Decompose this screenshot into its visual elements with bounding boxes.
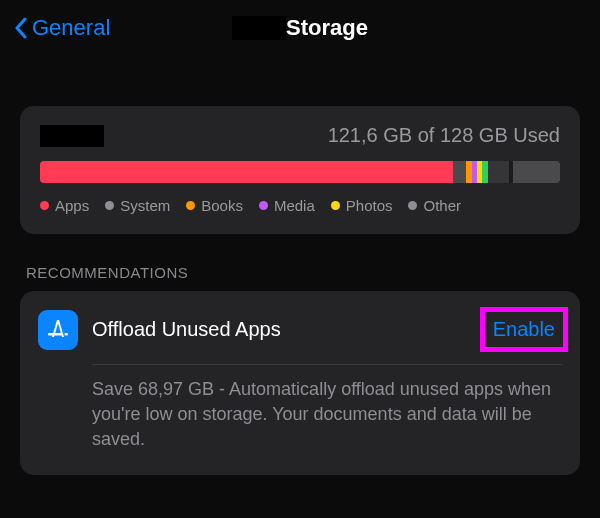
legend-label: System xyxy=(120,197,170,214)
appstore-icon xyxy=(38,310,78,350)
redaction-box xyxy=(40,125,104,147)
svg-rect-0 xyxy=(48,333,62,336)
highlight-box: Enable xyxy=(480,307,568,352)
dot-system xyxy=(105,201,114,210)
legend-label: Media xyxy=(274,197,315,214)
bar-segment xyxy=(513,161,560,183)
dot-other xyxy=(408,201,417,210)
recommendation-title: Offload Unused Apps xyxy=(92,318,281,341)
dot-photos xyxy=(331,201,340,210)
dot-media xyxy=(259,201,268,210)
recommendation-card: Offload Unused Apps Enable Save 68,97 GB… xyxy=(20,291,580,475)
legend-books: Books xyxy=(186,197,243,214)
chevron-left-icon xyxy=(14,17,28,39)
dot-books xyxy=(186,201,195,210)
legend-other: Other xyxy=(408,197,461,214)
legend-apps: Apps xyxy=(40,197,89,214)
recommendation-description: Save 68,97 GB - Automatically offload un… xyxy=(92,377,562,453)
dot-apps xyxy=(40,201,49,210)
legend-label: Other xyxy=(423,197,461,214)
legend-label: Apps xyxy=(55,197,89,214)
storage-legend: Apps System Books Media Photos Other xyxy=(40,197,560,214)
storage-card: 121,6 GB of 128 GB Used Apps System Book… xyxy=(20,106,580,234)
bar-segment xyxy=(453,161,466,183)
page-title: Storage xyxy=(286,15,368,41)
legend-media: Media xyxy=(259,197,315,214)
section-label-recommendations: RECOMMENDATIONS xyxy=(26,264,580,281)
svg-rect-1 xyxy=(65,333,69,336)
storage-bar xyxy=(40,161,560,183)
bar-segment xyxy=(40,161,453,183)
legend-label: Photos xyxy=(346,197,393,214)
legend-label: Books xyxy=(201,197,243,214)
header: General Storage xyxy=(0,0,600,56)
redaction-box xyxy=(232,16,286,40)
legend-photos: Photos xyxy=(331,197,393,214)
legend-system: System xyxy=(105,197,170,214)
bar-segment xyxy=(488,161,509,183)
usage-text: 121,6 GB of 128 GB Used xyxy=(328,124,560,147)
enable-button[interactable]: Enable xyxy=(493,318,555,341)
back-button[interactable]: General xyxy=(14,15,110,41)
title-wrap: Storage xyxy=(232,15,368,41)
back-label: General xyxy=(32,15,110,41)
